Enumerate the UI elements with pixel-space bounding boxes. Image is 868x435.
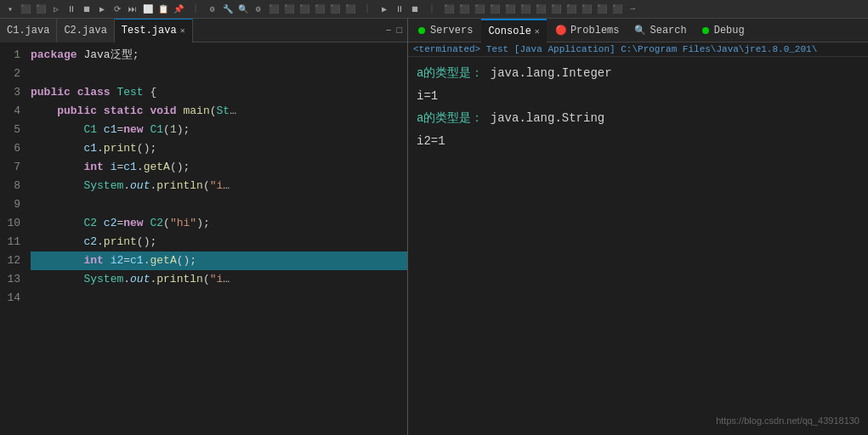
toolbar-icon-35[interactable]: ⬛ bbox=[580, 3, 593, 16]
tab-search-label: Search bbox=[650, 25, 686, 37]
tab-testjava-label: Test.java bbox=[122, 25, 177, 37]
toolbar-icon-33[interactable]: ⬛ bbox=[549, 3, 563, 16]
console-line-2: i=1 bbox=[417, 85, 859, 108]
editor-maximize-button[interactable]: □ bbox=[394, 25, 404, 36]
console-line2-text: i=1 bbox=[417, 85, 438, 108]
tab-console-label: Console bbox=[488, 25, 530, 37]
toolbar-icon-21[interactable]: ⬛ bbox=[328, 3, 342, 16]
editor-tab-controls: − □ bbox=[381, 25, 407, 36]
code-area: 1 2 3 4 5 6 7 8 9 10 11 12 13 14 package… bbox=[0, 42, 407, 435]
tab-debug-label: Debug bbox=[714, 25, 745, 37]
tab-testjava[interactable]: Test.java ✕ bbox=[115, 19, 193, 42]
code-line-7: int i=c1.getA(); bbox=[31, 158, 407, 177]
line-num-1: 1 bbox=[0, 46, 20, 65]
toolbar-icon-9[interactable]: ⏭ bbox=[126, 3, 139, 16]
toolbar-icon-22[interactable]: ⬛ bbox=[343, 3, 357, 16]
toolbar-icon-29[interactable]: ⬛ bbox=[488, 3, 502, 16]
toolbar-icon-3[interactable]: ⬛ bbox=[34, 3, 48, 16]
code-line-14 bbox=[31, 289, 407, 308]
toolbar-icon-26[interactable]: ⬛ bbox=[442, 3, 456, 16]
toolbar-icon-30[interactable]: ⬛ bbox=[503, 3, 517, 16]
toolbar-icon-5[interactable]: ⏸ bbox=[65, 3, 78, 16]
toolbar-icon-10[interactable]: ⬜ bbox=[141, 3, 155, 16]
toolbar-icon-31[interactable]: ⬛ bbox=[519, 3, 532, 16]
line-num-12: 12 bbox=[0, 251, 20, 270]
tab-servers[interactable]: Servers bbox=[411, 19, 479, 42]
tab-problems-label: Problems bbox=[570, 25, 620, 37]
toolbar-icon-27[interactable]: ⬛ bbox=[457, 3, 471, 16]
main-toolbar: ▾ ⬛ ⬛ ▷ ⏸ ⏹ ▶ ⟳ ⏭ ⬜ 📋 📌 | ⚙ 🔧 🔍 ⚙ ⬛ ⬛ ⬛ … bbox=[0, 0, 868, 19]
tab-c2java-label: C2.java bbox=[64, 25, 106, 37]
toolbar-icon-1[interactable]: ▾ bbox=[3, 3, 17, 16]
toolbar-icon-12[interactable]: 📌 bbox=[172, 3, 185, 16]
line-num-9: 9 bbox=[0, 195, 20, 214]
tab-servers-label: Servers bbox=[430, 25, 473, 37]
code-line-11: c2.print(); bbox=[31, 233, 407, 251]
code-line-4: public static void main(St… bbox=[31, 102, 407, 121]
code-line-2 bbox=[31, 65, 407, 83]
toolbar-icon-14[interactable]: 🔧 bbox=[221, 3, 235, 16]
toolbar-icon-19[interactable]: ⬛ bbox=[298, 3, 311, 16]
console-path: <terminated> Test [Java Application] C:\… bbox=[408, 42, 868, 57]
line-num-6: 6 bbox=[0, 139, 20, 158]
debug-dot-icon bbox=[702, 27, 709, 34]
toolbar-icon-8[interactable]: ⟳ bbox=[111, 3, 124, 16]
tab-debug[interactable]: Debug bbox=[695, 19, 752, 42]
toolbar-icon-32[interactable]: ⬛ bbox=[534, 3, 547, 16]
console-line1-cn: a的类型是： bbox=[417, 62, 483, 85]
toolbar-icon-2[interactable]: ⬛ bbox=[19, 3, 32, 16]
tab-problems[interactable]: 🔴 Problems bbox=[548, 19, 627, 42]
line-num-3: 3 bbox=[0, 83, 20, 102]
code-line-3: public class Test { bbox=[31, 83, 407, 102]
code-line-1: package Java泛型; bbox=[31, 46, 407, 65]
tab-search[interactable]: 🔍 Search bbox=[627, 19, 693, 42]
tab-c1java-label: C1.java bbox=[7, 25, 49, 37]
problems-icon: 🔴 bbox=[555, 25, 567, 36]
code-line-6: c1.print(); bbox=[31, 139, 407, 158]
toolbar-icon-15[interactable]: 🔍 bbox=[236, 3, 250, 16]
toolbar-icon-23[interactable]: ▶ bbox=[377, 3, 391, 16]
code-line-8: System.out.println("i… bbox=[31, 177, 407, 195]
code-line-9 bbox=[31, 195, 407, 214]
line-num-13: 13 bbox=[0, 270, 20, 289]
console-line3-java: java.lang.String bbox=[483, 107, 604, 130]
line-num-4: 4 bbox=[0, 102, 20, 121]
code-content[interactable]: package Java泛型; public class Test { publ… bbox=[26, 42, 407, 435]
toolbar-icon-sep1: | bbox=[189, 3, 202, 16]
servers-dot-icon bbox=[418, 27, 425, 34]
console-output: a的类型是： java.lang.Integer i=1 a的类型是： java… bbox=[408, 57, 868, 435]
toolbar-icon-16[interactable]: ⚙ bbox=[252, 3, 265, 16]
toolbar-icon-4[interactable]: ▷ bbox=[49, 3, 63, 16]
editor-minimize-button[interactable]: − bbox=[384, 25, 394, 36]
toolbar-icon-24[interactable]: ⏸ bbox=[393, 3, 406, 16]
toolbar-icon-20[interactable]: ⬛ bbox=[313, 3, 326, 16]
toolbar-icon-7[interactable]: ▶ bbox=[95, 3, 109, 16]
console-line1-java: java.lang.Integer bbox=[483, 62, 611, 85]
console-line4-text: i2=1 bbox=[417, 130, 445, 153]
watermark: https://blog.csdn.net/qq_43918130 bbox=[716, 413, 859, 430]
toolbar-icon-34[interactable]: ⬛ bbox=[564, 3, 578, 16]
editor-panel: C1.java C2.java Test.java ✕ − □ 1 2 3 4 … bbox=[0, 19, 408, 435]
line-num-5: 5 bbox=[0, 121, 20, 139]
toolbar-icon-37[interactable]: ⬛ bbox=[610, 3, 624, 16]
console-line-4: i2=1 bbox=[417, 130, 859, 153]
toolbar-icon-36[interactable]: ⬛ bbox=[595, 3, 609, 16]
toolbar-icon-11[interactable]: 📋 bbox=[156, 3, 170, 16]
toolbar-icon-18[interactable]: ⬛ bbox=[282, 3, 296, 16]
toolbar-icon-25[interactable]: ⏹ bbox=[408, 3, 422, 16]
toolbar-icon-38[interactable]: → bbox=[626, 3, 639, 16]
toolbar-icon-13[interactable]: ⚙ bbox=[206, 3, 219, 16]
tab-c1java[interactable]: C1.java bbox=[0, 19, 57, 42]
toolbar-icon-6[interactable]: ⏹ bbox=[80, 3, 94, 16]
tab-console[interactable]: Console ✕ bbox=[481, 19, 546, 42]
tab-testjava-close[interactable]: ✕ bbox=[180, 25, 185, 36]
tab-console-close[interactable]: ✕ bbox=[535, 26, 540, 37]
line-num-7: 7 bbox=[0, 158, 20, 177]
line-num-2: 2 bbox=[0, 65, 20, 83]
console-line-3: a的类型是： java.lang.String bbox=[417, 107, 859, 130]
editor-tab-bar: C1.java C2.java Test.java ✕ − □ bbox=[0, 19, 407, 42]
toolbar-icon-28[interactable]: ⬛ bbox=[473, 3, 486, 16]
tab-c2java[interactable]: C2.java bbox=[57, 19, 114, 42]
toolbar-icon-sep3: | bbox=[425, 3, 439, 16]
toolbar-icon-17[interactable]: ⬛ bbox=[267, 3, 281, 16]
